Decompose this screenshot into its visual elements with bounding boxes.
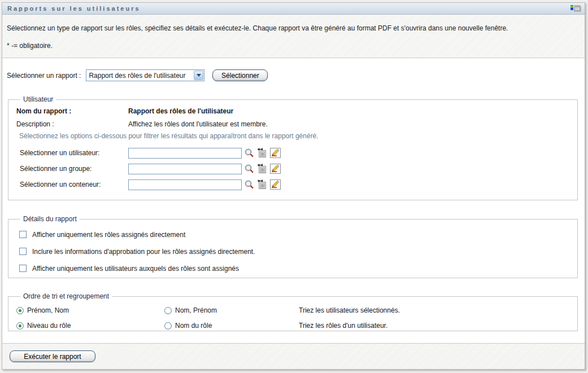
history-user-button[interactable] [256, 148, 268, 159]
fieldset-report-details: Détails du rapport Afficher uniquement l… [8, 215, 578, 278]
select-group-label: Sélectionner un groupe: [16, 165, 128, 173]
report-select-row: Sélectionner un rapport : Rapport des rô… [7, 69, 585, 81]
selector-row-user: Sélectionner un utilisateur: [16, 145, 570, 161]
run-report-button[interactable]: Exécuter le rapport [10, 350, 95, 362]
history-group-button[interactable] [256, 164, 268, 174]
fieldset-utilisateur: Utilisateur Nom du rapport : Rapport des… [8, 95, 578, 200]
reset-container-button[interactable] [269, 179, 281, 190]
page-title: Rapports sur les utilisateurs [7, 5, 141, 12]
footer-bar: Exécuter le rapport [2, 343, 585, 369]
select-user-input[interactable] [128, 148, 242, 159]
reset-icon [270, 148, 281, 158]
select-user-label: Sélectionner un utilisateur: [16, 149, 128, 157]
description-label: Description : [16, 120, 128, 128]
select-report-button[interactable]: Sélectionner [212, 69, 268, 81]
radio-role-name-label: Nom du rôle [175, 322, 212, 330]
fieldset-utilisateur-legend: Utilisateur [20, 95, 56, 103]
titlebar: Rapports sur les utilisateurs [2, 3, 585, 15]
radio-role-level-label: Niveau du rôle [27, 322, 71, 330]
fieldset-sort-legend: Ordre de tri et regroupement [20, 292, 112, 300]
intro-section: Sélectionnez un type de rapport sur les … [2, 15, 585, 58]
sort-users-hint: Triez les utilisateurs sélectionnés. [299, 306, 570, 314]
portlet-panel: Rapports sur les utilisateurs Sélectionn… [2, 2, 585, 370]
checkbox-users-with-roles-label: Afficher uniquement les utilisateurs aux… [32, 265, 239, 273]
report-type-select[interactable]: Rapport des rôles de l'utilisateur [86, 69, 204, 81]
radio-lastname-firstname[interactable] [164, 307, 172, 314]
reset-user-button[interactable] [269, 148, 281, 159]
checkbox-row-direct-roles: Afficher uniquement les rôles assignés d… [19, 230, 570, 239]
search-icon [244, 164, 255, 174]
restore-portlet-icon[interactable] [570, 5, 581, 12]
checkbox-row-approval-info: Inclure les informations d'approbation p… [19, 247, 570, 256]
fieldset-details-legend: Détails du rapport [20, 215, 80, 223]
search-group-button[interactable] [243, 164, 255, 174]
filter-hint: Sélectionnez les options ci-dessous pour… [19, 132, 570, 140]
history-container-button[interactable] [256, 179, 268, 190]
report-type-selected-value: Rapport des rôles de l'utilisateur [86, 72, 193, 80]
history-icon [257, 164, 268, 174]
radio-firstname-lastname-label: Prénom, Nom [27, 306, 69, 314]
checkbox-direct-roles-label: Afficher uniquement les rôles assignés d… [32, 231, 185, 239]
radio-firstname-lastname[interactable] [16, 307, 24, 314]
search-icon [244, 148, 255, 158]
search-icon [244, 179, 255, 190]
checkbox-approval-info-label: Inclure les informations d'approbation p… [32, 248, 255, 256]
selector-row-group: Sélectionner un groupe: [16, 161, 570, 177]
user-reports-page: Rapports sur les utilisateurs Sélectionn… [0, 0, 588, 373]
radio-lastname-firstname-label: Nom, Prénom [175, 306, 217, 314]
sort-row-roles: Niveau du rôle Nom du rôle Triez les rôl… [16, 319, 570, 332]
checkbox-row-users-with-roles: Afficher uniquement les utilisateurs aux… [19, 264, 570, 273]
sort-row-users: Prénom, Nom Nom, Prénom Triez les utilis… [16, 304, 570, 317]
history-icon [257, 148, 268, 158]
radio-role-level[interactable] [16, 322, 24, 330]
search-user-button[interactable] [243, 148, 255, 159]
reset-group-button[interactable] [269, 164, 281, 174]
select-container-input[interactable] [128, 179, 242, 190]
checkbox-direct-roles[interactable] [19, 231, 27, 238]
required-note: * -= obligatoire. [7, 42, 579, 50]
select-group-input[interactable] [128, 164, 242, 174]
radio-role-name[interactable] [164, 322, 172, 330]
history-icon [257, 179, 268, 190]
report-name-value: Rapport des rôles de l'utilisateur [128, 107, 570, 115]
chevron-down-icon[interactable] [194, 71, 203, 80]
report-select-label: Sélectionner un rapport : [7, 72, 81, 80]
report-name-label: Nom du rapport : [16, 107, 128, 115]
select-container-label: Sélectionner un conteneur: [16, 181, 128, 188]
selector-row-container: Sélectionner un conteneur: [16, 177, 570, 192]
intro-text: Sélectionnez un type de rapport sur les … [7, 24, 579, 32]
description-value: Affichez les rôles dont l'utilisateur es… [128, 120, 570, 128]
checkbox-approval-info[interactable] [19, 248, 27, 255]
sort-roles-hint: Triez les rôles d'un utilisateur. [299, 322, 570, 330]
reset-icon [270, 164, 281, 174]
search-container-button[interactable] [243, 179, 255, 190]
reset-icon [270, 179, 281, 190]
checkbox-users-with-roles[interactable] [19, 265, 27, 272]
fieldset-sort-order: Ordre de tri et regroupement Prénom, Nom… [8, 292, 578, 331]
